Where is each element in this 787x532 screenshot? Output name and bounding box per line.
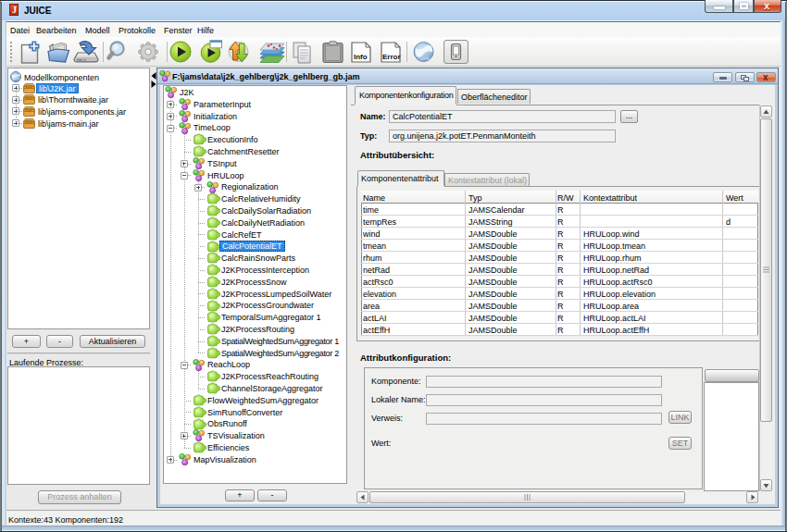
svg-text:Error: Error xyxy=(382,53,401,61)
svg-text:Info: Info xyxy=(354,53,368,61)
